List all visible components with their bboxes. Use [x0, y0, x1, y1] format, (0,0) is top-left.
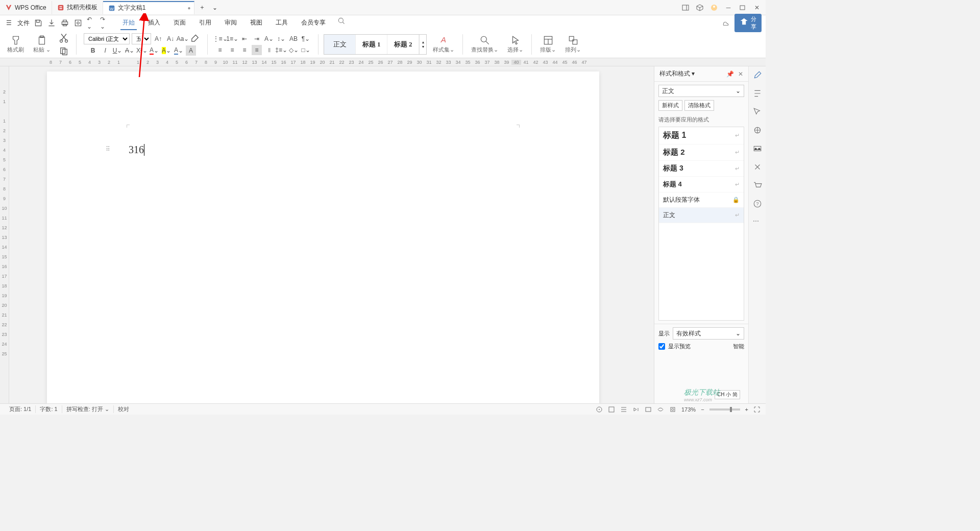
status-page[interactable]: 页面: 1/1	[5, 405, 36, 413]
share-button[interactable]: 分享	[734, 14, 762, 32]
style-list-item-h1[interactable]: 标题 1↵	[659, 127, 744, 144]
edit-icon[interactable]	[753, 70, 762, 80]
sort-icon[interactable]: ↕⌄	[276, 34, 286, 44]
italic-icon[interactable]: I	[100, 45, 110, 56]
font-name-select[interactable]: Calibri (正文)	[84, 33, 130, 44]
styles-pane-icon[interactable]	[753, 89, 762, 98]
document-canvas[interactable]: ⠿ 316	[9, 66, 654, 406]
fill-color-icon[interactable]: ◇⌄	[288, 45, 299, 55]
paragraph-handle-icon[interactable]: ⠿	[106, 146, 110, 153]
eyecare-icon[interactable]	[657, 406, 664, 413]
arrange-button[interactable]: 排列⌄	[562, 35, 584, 54]
zoom-out-icon[interactable]: −	[701, 406, 704, 413]
print-preview-icon[interactable]	[74, 18, 83, 28]
copy-icon[interactable]	[59, 46, 69, 56]
menu-tab-tool[interactable]: 工具	[274, 16, 290, 30]
format-painter-button[interactable]: 格式刷	[4, 35, 27, 54]
font-color-icon[interactable]: A⌄	[149, 45, 159, 56]
menu-tab-ref[interactable]: 引用	[197, 16, 213, 30]
clear-format-icon[interactable]	[190, 34, 200, 44]
reading-icon[interactable]	[632, 406, 640, 413]
close-icon[interactable]: ✕	[753, 4, 761, 11]
menu-tab-insert[interactable]: 插入	[146, 16, 162, 30]
zoom-slider[interactable]	[709, 408, 740, 411]
user-avatar-icon[interactable]	[710, 4, 718, 11]
change-case-icon[interactable]: Aa⌄	[178, 34, 188, 44]
tab-document[interactable]: W 文字文稿1 ●	[103, 1, 195, 14]
styles-up-icon[interactable]: ▴	[420, 40, 426, 44]
outline-icon[interactable]	[620, 406, 627, 413]
selection-pane-icon[interactable]	[753, 107, 762, 116]
find-replace-button[interactable]: 查找替换⌄	[468, 35, 501, 54]
align-center-icon[interactable]: ≡	[227, 45, 237, 55]
bold-icon[interactable]: B	[88, 45, 98, 56]
menu-tab-page[interactable]: 页面	[172, 16, 188, 30]
preview-checkbox[interactable]	[658, 343, 665, 350]
print-layout-icon[interactable]	[608, 406, 615, 413]
print-icon[interactable]	[60, 18, 69, 28]
style-list-item-h2[interactable]: 标题 2↵	[659, 144, 744, 161]
focus-mode-icon[interactable]	[596, 406, 603, 413]
menu-tab-view[interactable]: 视图	[248, 16, 264, 30]
style-h2[interactable]: 标题 2	[387, 35, 419, 54]
align-justify-icon[interactable]: ≡	[252, 45, 262, 55]
tab-close-icon[interactable]: ●	[148, 5, 189, 11]
fit-page-icon[interactable]	[669, 406, 676, 413]
paste-button[interactable]: 粘贴 ⌄	[30, 35, 54, 54]
new-tab-button[interactable]: ＋	[194, 1, 210, 14]
status-words[interactable]: 字数: 1	[36, 405, 62, 413]
tools-icon[interactable]	[753, 162, 762, 172]
layout-button[interactable]: 排版⌄	[537, 35, 559, 54]
tab-wps-office[interactable]: WPS Office	[0, 1, 52, 14]
status-proof[interactable]: 校对	[114, 405, 133, 413]
cube-icon[interactable]	[696, 4, 703, 11]
select-button[interactable]: 选择⌄	[504, 35, 526, 54]
style-normal[interactable]: 正文	[324, 35, 356, 54]
asian-layout-icon[interactable]: AB	[288, 34, 299, 44]
styles-down-icon[interactable]: ▾	[420, 44, 426, 49]
align-left-icon[interactable]: ≡	[215, 45, 225, 55]
pin-icon[interactable]: 📌	[726, 70, 734, 78]
superscript-icon[interactable]: X²⌄	[137, 45, 147, 56]
shrink-font-icon[interactable]: A↓	[165, 34, 176, 44]
line-spacing-icon[interactable]: ‡≡⌄	[276, 45, 286, 55]
horizontal-ruler[interactable]: 8765432112345678910111213141516171819202…	[0, 58, 766, 66]
menu-tab-review[interactable]: 审阅	[223, 16, 239, 30]
smart-button[interactable]: 智能	[733, 343, 744, 350]
border-icon[interactable]: □⌄	[301, 45, 311, 55]
style-list-item-h3[interactable]: 标题 3↵	[659, 161, 744, 177]
text-effects-icon[interactable]: A⌄	[264, 34, 274, 44]
cut-icon[interactable]	[59, 33, 69, 43]
document-text[interactable]: 316	[129, 144, 144, 156]
shading-icon[interactable]: A⌄	[174, 45, 184, 56]
new-style-button[interactable]: 新样式	[658, 100, 682, 111]
cloud-icon[interactable]	[721, 18, 730, 28]
minimize-icon[interactable]: ─	[725, 4, 732, 11]
char-shading-icon[interactable]: A	[186, 45, 196, 56]
save-icon[interactable]	[34, 18, 43, 28]
styles-collection-button[interactable]: A 样式集⌄	[430, 35, 457, 54]
zoom-in-icon[interactable]: +	[745, 406, 748, 413]
help-icon[interactable]: ?	[753, 199, 762, 208]
strike-icon[interactable]: A⌄	[125, 45, 135, 56]
zoom-level[interactable]: 173%	[681, 406, 696, 413]
document-page[interactable]: ⠿ 316	[47, 71, 599, 406]
distribute-icon[interactable]: ⫴	[264, 45, 274, 55]
underline-icon[interactable]: U⌄	[112, 45, 122, 56]
panel-close-icon[interactable]: ✕	[738, 70, 743, 78]
vertical-ruler[interactable]: 2112345678910111213141516171819202122232…	[0, 66, 9, 406]
redo-icon[interactable]: ↷ ⌄	[100, 18, 109, 28]
bullet-list-icon[interactable]: ⋮≡⌄	[215, 34, 225, 44]
menu-tab-start[interactable]: 开始	[120, 16, 137, 30]
status-spell[interactable]: 拼写检查: 打开 ⌄	[62, 405, 114, 413]
nav-icon[interactable]	[753, 126, 762, 135]
decrease-indent-icon[interactable]: ⇤	[239, 34, 250, 44]
increase-indent-icon[interactable]: ⇥	[252, 34, 262, 44]
style-list-item-font[interactable]: 默认段落字体🔒	[659, 192, 744, 208]
number-list-icon[interactable]: 1≡⌄	[227, 34, 237, 44]
grow-font-icon[interactable]: A↑	[153, 34, 163, 44]
clear-format-button[interactable]: 清除格式	[684, 100, 714, 111]
undo-icon[interactable]: ↶ ⌄	[87, 18, 96, 28]
gallery-icon[interactable]	[753, 144, 762, 153]
current-style-select[interactable]: 正文⌄	[658, 85, 744, 97]
